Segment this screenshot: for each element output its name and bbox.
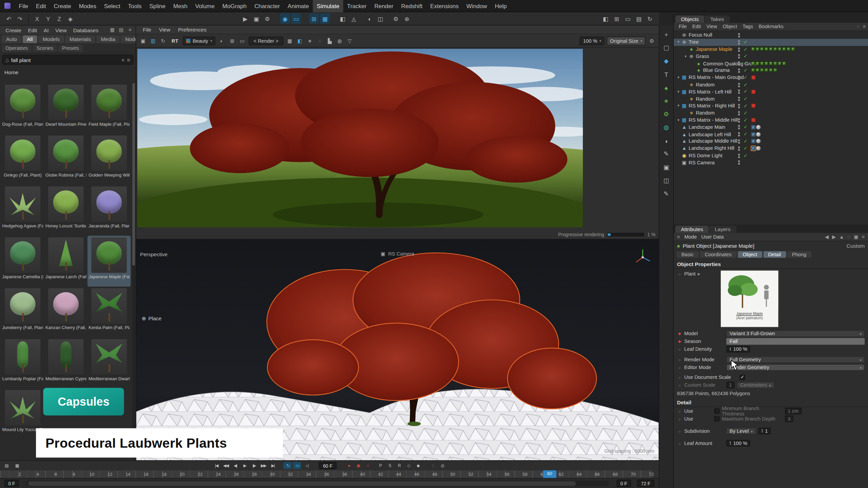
material-tag-icon[interactable] bbox=[756, 125, 761, 129]
grid-view-icon[interactable]: ▦ bbox=[109, 27, 116, 33]
max-branch-field[interactable]: 3 bbox=[785, 415, 793, 422]
interactive-render-icon[interactable]: ◉ bbox=[280, 13, 290, 24]
asset-item[interactable]: Juneberry (Fall, Plant) bbox=[1, 287, 44, 338]
material-chip[interactable] bbox=[751, 47, 755, 51]
loop-mode-button[interactable]: ↻ bbox=[284, 462, 292, 469]
plant-preview-thumbnail[interactable]: Japanese Maple (Acer palmatum) bbox=[720, 270, 779, 328]
rt-toggle[interactable]: RT bbox=[170, 38, 181, 43]
filter-icon[interactable]: ∗ bbox=[305, 36, 314, 45]
material-chip[interactable] bbox=[787, 47, 790, 51]
histogram-icon[interactable]: ▙ bbox=[326, 36, 334, 45]
object-row[interactable]: ⊕Focus Null bbox=[674, 32, 868, 39]
asset-item[interactable]: Mediterranean Cypres... bbox=[44, 338, 87, 388]
param-dot-icon[interactable]: ○ bbox=[677, 347, 682, 351]
asset-item[interactable]: Hedgehog Agave (Fall... bbox=[1, 185, 44, 236]
asset-item[interactable]: Globe Robinia (Fall, Pl... bbox=[44, 134, 87, 185]
visibility-dots[interactable] bbox=[737, 103, 741, 108]
pv-settings-icon[interactable]: ⚙ bbox=[648, 36, 656, 45]
material-chip[interactable] bbox=[782, 61, 786, 65]
visibility-dots[interactable] bbox=[737, 146, 741, 151]
record-pla-button[interactable]: ◆ bbox=[414, 462, 422, 469]
visibility-dots[interactable] bbox=[737, 89, 741, 94]
scrollbar-thumb[interactable] bbox=[28, 481, 576, 486]
brush-tool-icon[interactable]: ✎ bbox=[661, 149, 671, 159]
asset-item[interactable]: Kanzan Cherry (Fall, Pl... bbox=[44, 287, 87, 338]
axis-y-button[interactable]: Y bbox=[43, 13, 53, 24]
redshift-tag-icon[interactable] bbox=[751, 118, 756, 122]
phong-tag-icon[interactable]: F bbox=[751, 146, 756, 150]
param-tab-coordinates[interactable]: Coordinates bbox=[700, 251, 737, 258]
visibility-dots[interactable] bbox=[737, 118, 741, 123]
material-chip[interactable] bbox=[760, 61, 764, 65]
param-tab-object[interactable]: Object bbox=[738, 251, 762, 258]
menu-animate[interactable]: Animate bbox=[284, 0, 313, 12]
om-menu-object[interactable]: Object bbox=[720, 24, 740, 29]
menu-select[interactable]: Select bbox=[100, 0, 124, 12]
visibility-dots[interactable] bbox=[737, 132, 741, 137]
menu-edit[interactable]: Edit bbox=[32, 0, 50, 12]
expand-arrow-icon[interactable]: ▾ bbox=[676, 104, 681, 108]
crop-icon[interactable]: ▭ bbox=[238, 36, 246, 45]
visibility-dots[interactable] bbox=[737, 54, 741, 59]
viewport-panel[interactable]: Perspective ▣RS Camera ⊕Place Grid spaci… bbox=[136, 239, 659, 460]
object-name[interactable]: Focus Null bbox=[689, 32, 712, 38]
redshift-tag-icon[interactable] bbox=[751, 75, 756, 80]
enabled-check-icon[interactable]: ✓ bbox=[744, 131, 748, 138]
visibility-dots[interactable] bbox=[737, 139, 741, 144]
material-chip[interactable] bbox=[765, 61, 768, 65]
object-row[interactable]: ▾▦RS Matrix - Main Ground✓ bbox=[674, 74, 868, 81]
next-frame-button[interactable]: |▶ bbox=[250, 462, 258, 469]
menu-mesh[interactable]: Mesh bbox=[170, 0, 192, 12]
asset-item[interactable]: Golden Weeping Willo... bbox=[87, 134, 131, 185]
subtab-scenes[interactable]: Scenes bbox=[33, 45, 57, 52]
magnet-tool-icon[interactable]: ◖ bbox=[661, 136, 671, 146]
material-chip[interactable] bbox=[769, 47, 773, 51]
om-tab-objects[interactable]: Objects bbox=[675, 16, 704, 23]
object-row[interactable]: ∗Random✓ bbox=[674, 81, 868, 88]
asset-scrollbar[interactable] bbox=[132, 83, 135, 459]
enabled-check-icon[interactable]: ✓ bbox=[744, 138, 748, 145]
pen-tool-icon[interactable]: ✎ bbox=[661, 189, 671, 199]
object-name[interactable]: Grass bbox=[696, 54, 709, 59]
record-position-button[interactable]: P bbox=[376, 462, 384, 469]
expander-icon[interactable]: ▸ bbox=[698, 271, 700, 277]
filter-tab-media[interactable]: Media bbox=[97, 35, 120, 43]
current-frame-field[interactable]: 60 F bbox=[319, 462, 336, 469]
record-rotation-button[interactable]: R bbox=[395, 462, 403, 469]
enabled-check-icon[interactable]: ✓ bbox=[744, 74, 748, 81]
object-name[interactable]: Random bbox=[696, 82, 715, 87]
param-dot-icon[interactable]: ○ bbox=[677, 417, 682, 421]
om-menu-view[interactable]: View bbox=[704, 24, 720, 29]
render-pass-select[interactable]: Beauty▾ bbox=[183, 36, 215, 45]
expand-arrow-icon[interactable]: ▾ bbox=[683, 54, 688, 59]
asset-item[interactable]: Japanese Larch (Fall, ... bbox=[44, 236, 87, 287]
record-keyframe-button[interactable]: ● bbox=[344, 462, 353, 469]
menu-file[interactable]: File bbox=[15, 0, 32, 12]
assets-menu-databases[interactable]: Databases bbox=[70, 27, 102, 33]
object-name[interactable]: RS Dome Light bbox=[689, 153, 723, 158]
material-tag-icon[interactable] bbox=[756, 132, 761, 137]
enabled-check-icon[interactable]: ✓ bbox=[744, 81, 748, 88]
search-icon[interactable]: ◌ bbox=[847, 234, 850, 240]
breadcrumb[interactable]: Home bbox=[0, 65, 136, 75]
asset-item[interactable]: Dog-Rose (Fall, Plant) bbox=[1, 83, 44, 134]
grid-snap-icon[interactable]: ⊞ bbox=[309, 13, 319, 24]
axis-gizmo[interactable] bbox=[633, 248, 652, 267]
attr-tab-layers[interactable]: Layers bbox=[709, 226, 736, 233]
visibility-dots[interactable] bbox=[737, 153, 741, 158]
assets-menu-view[interactable]: View bbox=[52, 27, 70, 33]
object-name[interactable]: Random bbox=[696, 110, 715, 116]
assets-menu-ai[interactable]: AI bbox=[40, 27, 52, 33]
material-tag-icon[interactable] bbox=[756, 139, 761, 144]
season-slider[interactable]: Fall bbox=[726, 338, 865, 345]
workplane-icon[interactable]: ▦ bbox=[320, 13, 330, 24]
phong-tag-icon[interactable]: F bbox=[751, 139, 756, 144]
visibility-dots[interactable] bbox=[737, 96, 741, 101]
visibility-dots[interactable] bbox=[737, 68, 741, 73]
spinner-icon[interactable]: ▲▼ bbox=[761, 429, 763, 433]
timeline-mode-icon[interactable]: ▤ bbox=[2, 462, 11, 469]
param-tab-detail[interactable]: Detail bbox=[763, 251, 786, 258]
object-row[interactable]: ▲Landscape Main✓F bbox=[674, 124, 868, 131]
undo-icon[interactable]: ↶ bbox=[4, 13, 14, 24]
menu-create[interactable]: Create bbox=[50, 0, 75, 12]
